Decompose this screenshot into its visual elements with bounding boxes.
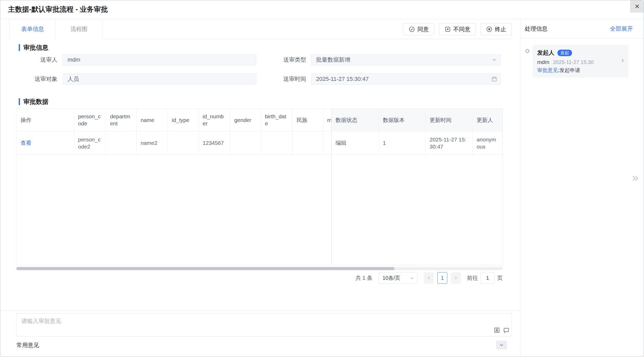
disagree-button[interactable]: 不同意 <box>439 23 476 35</box>
col-header: gender <box>231 109 261 131</box>
submitter-value: mdm <box>68 56 80 63</box>
opinion-link[interactable]: 审批意见 <box>537 67 558 73</box>
field-label-submit-object: 送审对象 <box>11 73 57 85</box>
comment-icon[interactable] <box>503 327 510 334</box>
section-accent-bar <box>19 98 20 105</box>
comment-toolbar <box>494 327 510 334</box>
common-opinion-label: 常用意见 <box>16 341 39 349</box>
close-button[interactable]: × <box>630 0 644 12</box>
calendar-icon <box>491 76 497 82</box>
table-cell: 2025-11-27 15:30:47 <box>426 131 473 154</box>
table-cell: name2 <box>137 131 168 154</box>
terminate-button[interactable]: 终止 <box>481 23 512 35</box>
col-header: m <box>323 109 331 131</box>
tabs-toolbar: 表单信息 流程图 同意 不同意 终止 <box>9 19 512 39</box>
process-info-panel: 处理信息 全部展开 发起人 发起 mdm2025-11-27 15:30 审批意… <box>520 19 644 357</box>
col-header: department <box>106 109 137 131</box>
terminate-label: 终止 <box>495 25 506 33</box>
goto-label: 前往 <box>467 274 478 282</box>
table-row: 查看 person_code2 name2 1234567 <box>17 131 331 155</box>
agree-button[interactable]: 同意 <box>403 23 434 35</box>
collapse-panel-handle[interactable] <box>631 174 640 183</box>
section-approval-info: 审批信息 <box>19 43 48 52</box>
table-cell: 1 <box>379 131 426 154</box>
tab-form-info[interactable]: 表单信息 <box>9 19 56 39</box>
agree-label: 同意 <box>417 25 429 33</box>
disagree-icon <box>444 26 451 33</box>
table-fixed-section: 数据状态 数据版本 更新时间 更新人 编辑 1 2025-11-27 15:30… <box>331 109 503 265</box>
table-cell <box>323 131 331 154</box>
opinion-value: :发起申请 <box>558 67 580 73</box>
tab-label: 表单信息 <box>21 25 44 33</box>
col-header: id_number <box>199 109 231 131</box>
tab-flow-chart[interactable]: 流程图 <box>56 19 102 39</box>
page-size-value: 10条/页 <box>383 275 400 282</box>
titlebar: 主数据-默认审批流程 - 业务审批 × <box>0 0 644 19</box>
submitter-input: mdm <box>63 54 256 66</box>
terminate-icon <box>486 26 492 33</box>
current-page-button[interactable]: 1 <box>437 272 447 284</box>
process-timeline-card[interactable]: 发起人 发起 mdm2025-11-27 15:30 审批意见:发起申请 <box>533 45 629 77</box>
submit-time-value: 2025-11-27 15:30:47 <box>316 76 369 82</box>
table-cell <box>231 131 261 154</box>
pagination: 共 1 条 10条/页 1 前往 页 <box>356 272 503 284</box>
prev-page-button[interactable] <box>424 272 434 284</box>
main-area: 表单信息 流程图 同意 不同意 终止 <box>0 19 520 357</box>
table-cell: person_code2 <box>74 131 106 154</box>
col-header: 操作 <box>17 109 74 131</box>
col-header: 民族 <box>293 109 323 131</box>
submit-object-input: 人员 <box>63 73 256 85</box>
scrollbar-thumb[interactable] <box>16 267 395 270</box>
goto-page-input[interactable] <box>481 272 495 284</box>
process-panel-header: 处理信息 全部展开 <box>520 19 644 38</box>
col-header: id_type <box>168 109 199 131</box>
chevron-right-icon <box>453 275 458 281</box>
agree-icon <box>409 26 415 33</box>
expand-all-link[interactable]: 全部展开 <box>610 19 633 38</box>
page-size-select[interactable]: 10条/页 <box>379 272 418 284</box>
table-horizontal-scrollbar <box>16 267 503 270</box>
table-cell: anonymous <box>473 131 503 154</box>
chevron-down-icon <box>410 276 415 281</box>
table-cell <box>106 131 137 154</box>
status-badge: 发起 <box>557 50 572 56</box>
col-header: 更新人 <box>473 109 503 131</box>
chevron-down-icon <box>499 342 504 348</box>
comment-divider <box>0 310 520 311</box>
col-header: name <box>137 109 168 131</box>
table-header-row-fixed: 数据状态 数据版本 更新时间 更新人 <box>332 109 503 131</box>
field-label-submit-time: 送审时间 <box>259 73 306 85</box>
close-icon: × <box>635 2 640 11</box>
submit-type-select: 批量数据新增 <box>311 54 501 66</box>
submit-object-value: 人员 <box>68 76 79 82</box>
col-header: 数据版本 <box>379 109 426 131</box>
table-cell: 编辑 <box>332 131 379 154</box>
approval-data-table: 操作 person_code department name id_type i… <box>16 108 503 265</box>
initiator-role: 发起人 <box>537 49 554 57</box>
next-page-button[interactable] <box>451 272 461 284</box>
action-cell: 查看 <box>17 131 74 154</box>
user-card-icon[interactable] <box>494 327 500 334</box>
section-title: 审批数据 <box>23 98 48 106</box>
section-accent-bar <box>19 44 20 51</box>
table-scroll-section: 操作 person_code department name id_type i… <box>17 109 331 265</box>
timeline-card-opinion-row: 审批意见:发起申请 <box>537 67 624 74</box>
table-header-row: 操作 person_code department name id_type i… <box>17 109 331 131</box>
approval-comment-textarea[interactable] <box>16 313 512 336</box>
timeline-card-user-row: mdm2025-11-27 15:30 <box>537 59 624 65</box>
double-chevron-right-icon <box>631 174 640 183</box>
initiate-time: 2025-11-27 15:30 <box>553 59 594 65</box>
table-cell: 1234567 <box>199 131 231 154</box>
col-header: birth_date <box>261 109 293 131</box>
approval-actions: 同意 不同意 终止 <box>403 23 512 35</box>
field-label-submit-type: 送审类型 <box>259 54 306 66</box>
table-cell <box>168 131 199 154</box>
view-link[interactable]: 查看 <box>21 139 31 146</box>
tab-label: 流程图 <box>70 25 88 33</box>
col-header: person_code <box>74 109 106 131</box>
approval-dialog: 主数据-默认审批流程 - 业务审批 × 表单信息 流程图 同意 <box>0 0 644 357</box>
common-opinion-dropdown-button[interactable] <box>496 341 507 349</box>
chevron-right-icon[interactable] <box>620 58 626 63</box>
col-header: 数据状态 <box>332 109 379 131</box>
timeline-dot <box>525 49 529 53</box>
